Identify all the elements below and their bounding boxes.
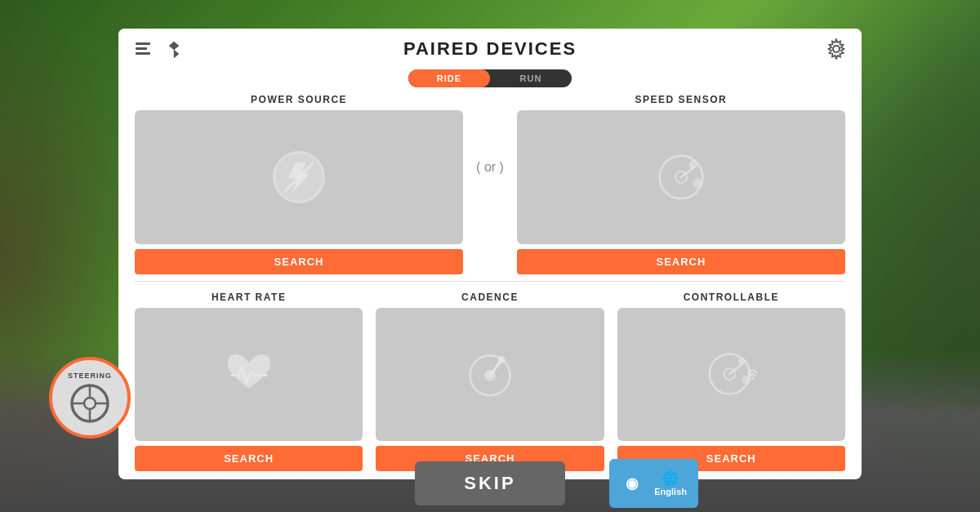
row-divider (135, 281, 845, 282)
cadence-label: CADENCE (461, 292, 519, 303)
controllable-box[interactable] (617, 308, 845, 442)
bars-icon[interactable] (131, 38, 154, 60)
controllable-label: CONTROLLABLE (684, 292, 779, 303)
svg-rect-0 (136, 42, 150, 45)
modal-title: PAIRED DEVICES (403, 38, 577, 60)
steering-outer[interactable]: STEERING (49, 357, 131, 439)
eye-icon: ◉ (626, 474, 639, 492)
bottom-bar: SKIP ◉ Just watch 🌐 English (0, 455, 980, 512)
cadence-section: CADENCE Search (376, 292, 604, 472)
controllable-icon (702, 345, 760, 403)
top-devices-row: POWER SOURCE Search ( or ) SPEED SENSOR (135, 94, 845, 274)
svg-point-9 (689, 160, 698, 169)
globe-icon: 🌐 (662, 470, 679, 486)
steering-wheel-icon (69, 383, 110, 424)
svg-line-13 (490, 362, 501, 376)
cadence-box[interactable] (376, 308, 604, 442)
power-source-section: POWER SOURCE Search (135, 94, 463, 274)
svg-rect-2 (136, 52, 150, 55)
svg-point-10 (693, 178, 702, 188)
heart-rate-icon (220, 345, 278, 403)
power-source-label: POWER SOURCE (251, 94, 347, 105)
heart-rate-section: HEART RATE Search (135, 292, 363, 472)
svg-point-20 (751, 377, 755, 381)
speed-sensor-box[interactable] (517, 110, 845, 244)
tab-run[interactable]: RUN (490, 69, 572, 87)
tab-group: RIDE RUN (408, 69, 572, 87)
bottom-devices-row: HEART RATE Search CADENCE (135, 292, 845, 472)
bluetooth-icon[interactable] (163, 38, 185, 60)
language-button[interactable]: 🌐 English (643, 465, 698, 501)
heart-rate-box[interactable] (135, 308, 363, 442)
tab-bar: RIDE RUN (118, 69, 862, 87)
modal-header: PAIRED DEVICES (118, 29, 862, 69)
speed-icon (653, 149, 710, 206)
power-source-box[interactable] (135, 110, 463, 244)
speed-search-button[interactable]: Search (517, 249, 845, 274)
svg-rect-1 (136, 47, 147, 50)
svg-point-3 (833, 46, 840, 52)
cadence-icon (461, 345, 519, 403)
modal-body: POWER SOURCE Search ( or ) SPEED SENSOR (118, 94, 862, 479)
steering-widget[interactable]: STEERING (49, 357, 131, 439)
power-icon (270, 149, 327, 206)
or-separator: ( or ) (476, 94, 504, 274)
tab-ride[interactable]: RIDE (408, 69, 490, 87)
svg-point-14 (498, 356, 506, 363)
skip-button[interactable]: SKIP (415, 461, 564, 505)
header-icons-left (131, 38, 185, 60)
svg-point-19 (742, 376, 751, 385)
controllable-section: CONTROLLABLE Search (617, 292, 845, 472)
language-label: English (654, 487, 687, 496)
speed-sensor-section: SPEED SENSOR Search (517, 94, 845, 274)
svg-point-18 (738, 358, 746, 365)
power-search-button[interactable]: Search (135, 249, 463, 274)
paired-devices-modal: PAIRED DEVICES RIDE RUN POWER SOURCE (118, 29, 862, 479)
speed-sensor-label: SPEED SENSOR (635, 94, 728, 105)
svg-point-22 (84, 398, 96, 409)
settings-button[interactable] (824, 37, 849, 61)
steering-label: STEERING (68, 372, 112, 380)
heart-rate-label: HEART RATE (212, 292, 286, 303)
